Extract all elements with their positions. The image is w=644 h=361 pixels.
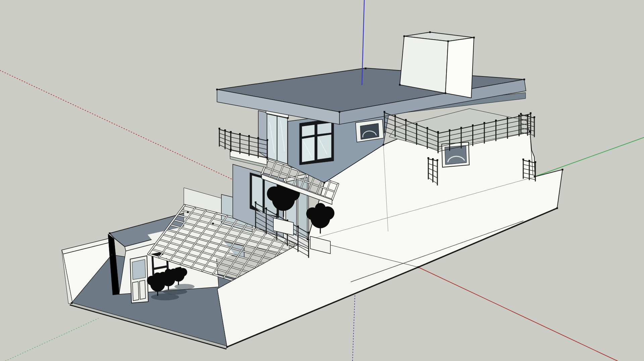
terrace-railing-left[interactable] <box>384 111 385 113</box>
second-floor-sw-wall[interactable] <box>258 111 267 158</box>
terrace-railing-front[interactable] <box>530 112 532 114</box>
terrace-railing-front[interactable] <box>472 124 474 126</box>
balcony-railing[interactable] <box>239 133 241 135</box>
terrace-railing-front[interactable] <box>449 129 450 131</box>
balcony-railing[interactable] <box>248 135 250 137</box>
bush-shadow <box>163 289 187 295</box>
bush-shadow <box>174 284 195 289</box>
vertex-dot <box>404 36 405 37</box>
axis-green-dotted <box>5 318 98 361</box>
terrace-railing-corner[interactable] <box>520 113 522 115</box>
balcony-plant[interactable] <box>315 203 326 214</box>
axis-red-dotted <box>0 70 231 179</box>
first-floor-railing[interactable] <box>308 232 310 233</box>
outbuilding-door-glass[interactable] <box>132 259 146 280</box>
vertex-dot <box>534 176 536 178</box>
vertex-dot <box>399 84 401 86</box>
vertex-dot <box>71 302 73 304</box>
vertex-dot <box>307 239 309 240</box>
balcony-railing[interactable] <box>267 139 268 141</box>
stair-tower-sw-face[interactable] <box>400 36 448 93</box>
vertex-dot <box>524 79 525 80</box>
vertex-dot <box>111 254 113 256</box>
vertex-dot <box>287 117 289 119</box>
axis-blue-dotted <box>353 296 355 361</box>
vertex-dot <box>226 346 228 348</box>
vertex-dot <box>109 233 111 234</box>
vertex-dot <box>447 41 449 42</box>
wing-edge-railing[interactable] <box>428 157 429 159</box>
vertex-dot <box>365 68 367 69</box>
vertex-dot <box>230 149 232 151</box>
vertex-dot <box>529 131 531 132</box>
vertex-dot <box>383 144 384 146</box>
terrace-railing-front[interactable] <box>495 120 497 121</box>
balcony-railing[interactable] <box>257 137 259 139</box>
wing-edge-railing[interactable] <box>437 159 438 161</box>
axis-red-solid <box>418 267 618 361</box>
terrace-railing-front[interactable] <box>437 132 439 133</box>
terrace-railing-left[interactable] <box>416 123 418 125</box>
stair-tower-se-face[interactable] <box>445 38 474 98</box>
vertex-dot <box>216 89 218 91</box>
vertex-dot <box>429 32 431 33</box>
terrace-railing-front[interactable] <box>507 117 508 119</box>
terrace-railing-corner[interactable] <box>527 115 529 116</box>
model-canvas <box>0 0 644 361</box>
vertex-dot <box>445 93 446 94</box>
terrace-railing-left[interactable] <box>427 127 428 129</box>
right-wall-railing[interactable] <box>529 160 530 162</box>
second-floor-window-pane[interactable] <box>302 125 315 137</box>
terrace-railing-left[interactable] <box>405 119 407 121</box>
terrace-railing-left[interactable] <box>394 115 396 117</box>
balcony-railing-return[interactable] <box>224 129 226 131</box>
terrace-railing-front[interactable] <box>461 127 462 129</box>
vertex-dot <box>418 266 419 268</box>
balcony-railing[interactable] <box>230 131 232 133</box>
second-floor-window-pane[interactable] <box>317 123 331 134</box>
second-floor-window-pane[interactable] <box>302 137 315 162</box>
vertex-dot <box>324 182 325 184</box>
vertex-dot <box>562 169 564 171</box>
vertex-dot <box>212 223 214 225</box>
sketchup-viewport[interactable] <box>0 0 644 361</box>
right-wall-railing[interactable] <box>535 161 536 163</box>
bush-shadow <box>151 294 179 300</box>
vertex-dot <box>556 207 558 209</box>
first-floor-railing[interactable] <box>297 226 299 227</box>
terrace-railing-front[interactable] <box>518 115 520 116</box>
first-floor-railing[interactable] <box>255 201 257 203</box>
terrace-railing-front[interactable] <box>484 122 485 124</box>
vertex-dot <box>266 157 268 159</box>
second-floor-window-pane[interactable] <box>317 134 331 160</box>
wing-edge-railing[interactable] <box>432 158 434 160</box>
vertex-dot <box>473 37 475 39</box>
balcony-railing-return[interactable] <box>219 128 220 129</box>
terrace-railing-corner[interactable] <box>534 116 535 118</box>
first-floor-railing[interactable] <box>265 207 267 209</box>
vertex-dot <box>187 212 189 213</box>
first-floor-railing[interactable] <box>276 214 278 215</box>
right-wall-railing[interactable] <box>523 159 524 160</box>
axis-green-solid <box>535 137 644 177</box>
vertex-dot <box>339 111 340 113</box>
